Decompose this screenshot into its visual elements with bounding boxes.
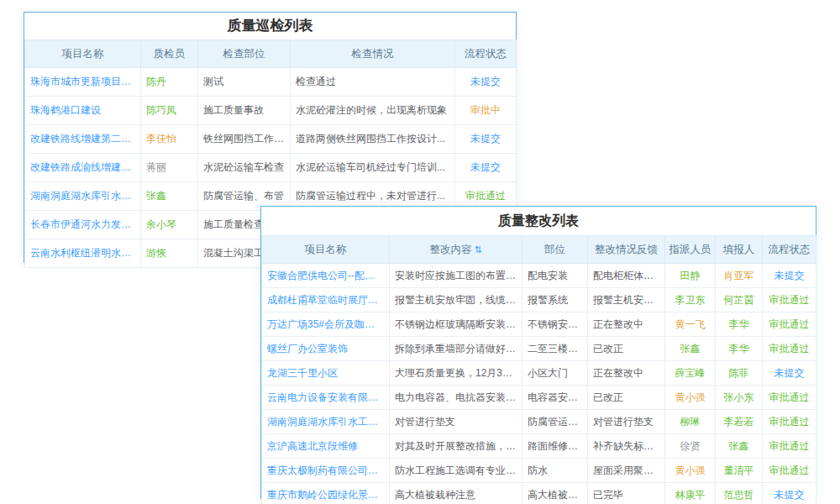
table-row: 改建铁路线增建第二线...李佳怡铁丝网围挡工作检查道路两侧铁丝网围挡工作按设计.… [25, 125, 517, 154]
project-name-link[interactable]: 重庆市鹅岭公园绿化景观提升... [262, 483, 390, 504]
project-name-link[interactable]: 云南电力设备安装有限公司20... [262, 386, 390, 410]
project-name-link[interactable]: 珠海鹤港口建设 [25, 97, 141, 125]
rectify-panel-title: 质量整改列表 [261, 207, 816, 235]
rectify-content: 高大植被栽种注意 [390, 483, 522, 504]
inspector-name: 陈丹 [141, 68, 198, 97]
part: 路面维修检... [522, 434, 588, 459]
status-badge: 审批通过 [763, 288, 816, 312]
table-row: 成都杜甫草堂临时展厅独立展...报警主机安放牢固，线缆连接...报警系统报警主机… [262, 288, 816, 312]
project-name-link[interactable]: 龙湖三千里小区 [262, 361, 390, 386]
assignee-name: 田静 [665, 264, 716, 288]
project-name-link[interactable]: 重庆太极制药有限公司亳州中... [262, 459, 390, 483]
table-row: 万达广场35#会所及咖啡厅空...不锈钢边框玻璃隔断安装不牢...不锈钢安装..… [262, 312, 816, 337]
inspector-name: 陈巧凤 [141, 97, 198, 125]
reporter-name: 李若若 [716, 410, 763, 434]
table-row: 湖南洞庭湖水库引水工程施工1...对管进行垫支防腐管运输...对管进行垫支柳琳李… [262, 410, 816, 434]
part: 防腐管运输... [522, 410, 588, 434]
assignee-name: 徐贤 [665, 434, 716, 459]
project-name-link[interactable]: 珠海市城市更新项目紫... [25, 68, 141, 97]
project-name-link[interactable]: 万达广场35#会所及咖啡厅空... [262, 312, 390, 337]
table-row: 龙湖三千里小区大理石质量更换，12月31日之...小区大门正在整改中薛宝峰陈菲未… [262, 361, 816, 386]
rectify-content: 不锈钢边框玻璃隔断安装不牢... [390, 312, 522, 337]
inspector-name: 蒋丽 [141, 154, 198, 182]
assignee-name: 薛宝峰 [665, 361, 716, 386]
feedback-text: 正在整改中 [588, 312, 665, 337]
project-name-link[interactable]: 成都杜甫草堂临时展厅独立展... [262, 288, 390, 312]
part: 电容器安装... [522, 386, 588, 410]
part: 二至三楼混... [522, 337, 588, 361]
column-header-inspector: 质检员 [141, 40, 198, 68]
reporter-name: 陈菲 [716, 361, 763, 386]
status-badge: 未提交 [455, 68, 517, 97]
feedback-text: 已改正 [588, 337, 665, 361]
part: 配电安装 [522, 264, 588, 288]
column-header-inspection-detail: 检查情况 [291, 40, 455, 68]
project-name-link[interactable]: 云南水利枢纽潜明水库... [25, 239, 141, 268]
project-name-link[interactable]: 湖南洞庭湖水库引水工... [25, 182, 141, 211]
project-name-link[interactable]: 湖南洞庭湖水库引水工程施工1... [262, 410, 390, 434]
table-row: 京沪高速北京段维修对其及时开展整改措施，桥头...路面维修检...补齐缺失标志.… [262, 434, 816, 459]
status-badge: 未提交 [455, 125, 517, 154]
rectify-content: 安装时应按施工图的布置，将... [390, 264, 522, 288]
table-row: 改建铁路成渝线增建第...蒋丽水泥砼运输车检查水泥砼运输车司机经过专门培训...… [25, 154, 517, 182]
status-badge: 审批通过 [763, 337, 816, 361]
column-header-project-name: 项目名称 [25, 40, 141, 68]
assignee-name: 黄一飞 [665, 312, 716, 337]
inspector-name: 余小琴 [141, 211, 198, 239]
feedback-text: 正在整改中 [588, 361, 665, 386]
rectify-content-label: 整改内容 [429, 244, 471, 255]
rectify-table: 项目名称 整改内容⇅ 部位 整改情况反馈 指派人员 填报人 流程状态 安徽合肥供… [261, 235, 816, 504]
reporter-name: 张鑫 [716, 434, 763, 459]
status-badge: 审批通过 [763, 434, 816, 459]
table-row: 重庆市鹅岭公园绿化景观提升...高大植被栽种注意高大植被栽种已完毕林康平范思哲未… [262, 483, 816, 504]
reporter-name: 李华 [716, 337, 763, 361]
table-row: 螺丝厂办公室装饰拆除到承重墙部分请做好加固...二至三楼混...已改正张鑫李华审… [262, 337, 816, 361]
status-badge: 未提交 [763, 483, 816, 504]
inspection-table-header-row: 项目名称 质检员 检查部位 检查情况 流程状态 [25, 40, 517, 68]
table-row: 重庆太极制药有限公司亳州中...防水工程施工选调有专业资质...防水屋面采用聚氨… [262, 459, 816, 483]
rectify-list-panel: 质量整改列表 项目名称 整改内容⇅ 部位 整改情况反馈 指派人员 填报人 流程状… [260, 206, 816, 499]
inspection-part: 施工质量事故 [198, 97, 291, 125]
feedback-text: 对管进行垫支 [588, 410, 665, 434]
rectify-content: 报警主机安放牢固，线缆连接... [390, 288, 522, 312]
project-name-link[interactable]: 长春市伊通河水力发电... [25, 211, 141, 239]
inspector-name: 张鑫 [141, 182, 198, 211]
inspector-name: 李佳怡 [141, 125, 198, 154]
part: 报警系统 [522, 288, 588, 312]
assignee-name: 林康平 [665, 483, 716, 504]
column-header-project-name: 项目名称 [262, 236, 390, 264]
reporter-name: 张小东 [716, 386, 763, 410]
inspection-panel-title: 质量巡检列表 [24, 13, 516, 39]
rectify-content: 对管进行垫支 [390, 410, 522, 434]
column-header-inspection-part: 检查部位 [198, 40, 291, 68]
status-badge: 审批通过 [763, 386, 816, 410]
inspection-part: 测试 [198, 68, 291, 97]
part: 高大植被栽种 [522, 483, 588, 504]
inspection-part: 铁丝网围挡工作检查 [198, 125, 291, 154]
feedback-text: 屋面采用聚氨... [588, 459, 665, 483]
rectify-content: 防水工程施工选调有专业资质... [390, 459, 522, 483]
rectify-table-header-row: 项目名称 整改内容⇅ 部位 整改情况反馈 指派人员 填报人 流程状态 [262, 236, 816, 264]
part: 不锈钢安装... [522, 312, 588, 337]
column-header-status: 流程状态 [455, 40, 517, 68]
status-badge: 审批通过 [763, 459, 816, 483]
rectify-content: 电力电容器、电抗器安装方案... [390, 386, 522, 410]
column-header-rectify-content: 整改内容⇅ [390, 236, 522, 264]
inspector-name: 游恢 [141, 239, 198, 268]
reporter-name: 董清平 [716, 459, 763, 483]
project-name-link[interactable]: 改建铁路成渝线增建第... [25, 154, 141, 182]
table-row: 珠海市城市更新项目紫...陈丹测试检查通过未提交 [25, 68, 517, 97]
reporter-name: 李华 [716, 312, 763, 337]
project-name-link[interactable]: 改建铁路线增建第二线... [25, 125, 141, 154]
reporter-name: 何芷茵 [716, 288, 763, 312]
inspection-detail: 水泥砼运输车司机经过专门培训... [291, 154, 455, 182]
status-badge: 未提交 [763, 361, 816, 386]
sort-icon[interactable]: ⇅ [474, 244, 481, 255]
project-name-link[interactable]: 京沪高速北京段维修 [262, 434, 390, 459]
feedback-text: 已完毕 [588, 483, 665, 504]
project-name-link[interactable]: 螺丝厂办公室装饰 [262, 337, 390, 361]
project-name-link[interactable]: 安徽合肥供电公司--配电设备... [262, 264, 390, 288]
feedback-text: 补齐缺失标志... [588, 434, 665, 459]
inspection-detail: 道路两侧铁丝网围挡工作按设计... [291, 125, 455, 154]
status-badge: 未提交 [455, 154, 517, 182]
